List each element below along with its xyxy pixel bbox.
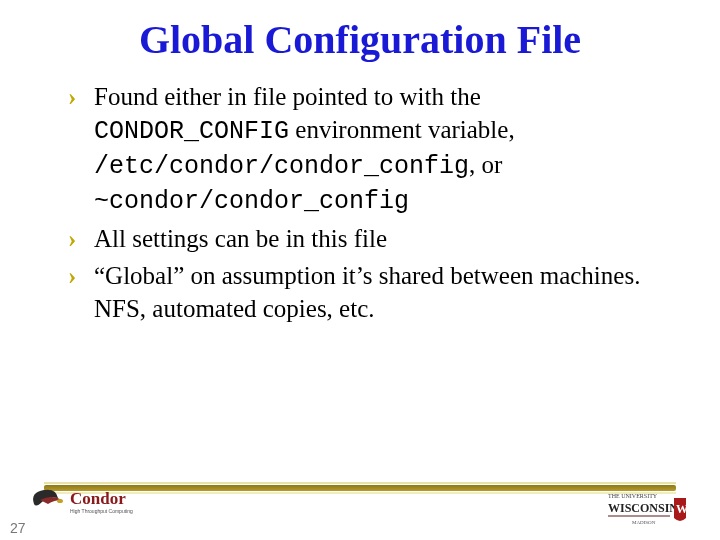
bullet-list: › Found either in file pointed to with t… xyxy=(40,80,680,325)
wisconsin-logo-sub: MADISON xyxy=(632,520,656,525)
slide-number: 27 xyxy=(10,520,26,536)
bullet-marker-icon: › xyxy=(68,80,76,113)
condor-logo-text: Condor xyxy=(70,489,126,508)
wisconsin-logo-bottom: WISCONSIN xyxy=(608,501,678,515)
svg-text:W: W xyxy=(676,502,688,516)
wisconsin-logo: THE UNIVERSITY WISCONSIN MADISON W xyxy=(608,490,694,532)
slide: Global Configuration File › Found either… xyxy=(0,0,720,540)
code-text: CONDOR_CONFIG xyxy=(94,117,289,146)
code-text: /etc/condor/condor_config xyxy=(94,152,469,181)
bullet-text: All settings can be in this file xyxy=(94,225,387,252)
bullet-item: › “Global” on assumption it’s shared bet… xyxy=(68,259,680,325)
text-run: Found either in file pointed to with the xyxy=(94,83,481,110)
condor-logo: Condor High Throughput Computing xyxy=(28,482,178,518)
slide-title: Global Configuration File xyxy=(40,18,680,62)
text-run: environment variable, xyxy=(289,116,515,143)
bullet-text: “Global” on assumption it’s shared betwe… xyxy=(94,262,640,322)
text-run: , or xyxy=(469,151,502,178)
svg-point-0 xyxy=(57,499,63,503)
bullet-item: › All settings can be in this file xyxy=(68,222,680,255)
bullet-text: Found either in file pointed to with the… xyxy=(94,83,515,213)
bullet-marker-icon: › xyxy=(68,222,76,255)
slide-footer: Condor High Throughput Computing THE UNI… xyxy=(0,482,720,540)
condor-logo-subtext: High Throughput Computing xyxy=(70,508,133,514)
code-text: ~condor/condor_config xyxy=(94,187,409,216)
bullet-item: › Found either in file pointed to with t… xyxy=(68,80,680,218)
wisconsin-logo-top: THE UNIVERSITY xyxy=(608,493,658,499)
bullet-marker-icon: › xyxy=(68,259,76,292)
